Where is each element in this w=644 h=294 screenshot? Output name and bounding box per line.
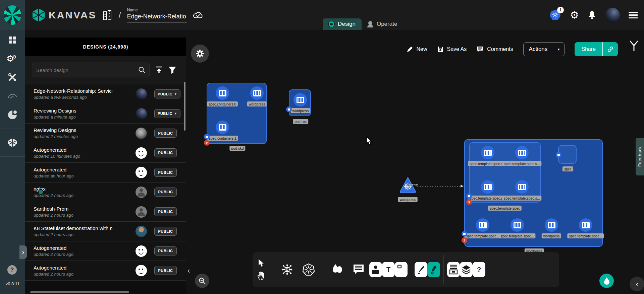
node-deployment-wordpress[interactable]: spec.template.spec.s... spec.template.sp…: [464, 139, 603, 247]
share-split-button[interactable]: Share: [575, 42, 618, 56]
actions-dropdown-arrow[interactable]: ▾: [553, 43, 564, 56]
tab-operate[interactable]: Operate: [362, 18, 403, 30]
design-canvas[interactable]: New Save As Comments Actions ▾ Share: [186, 30, 644, 294]
node-spec-template[interactable]: spec.template.spec.s... spec.template.sp…: [469, 142, 541, 203]
help-button[interactable]: ?: [7, 265, 17, 275]
visibility-badge[interactable]: PUBLIC: [154, 266, 177, 275]
visibility-dropdown[interactable]: PUBLIC▼: [154, 89, 180, 98]
save-as-button[interactable]: Save As: [437, 46, 467, 53]
comment-tool[interactable]: [352, 262, 365, 277]
comments-button[interactable]: Comments: [477, 46, 513, 53]
container-node[interactable]: [216, 121, 229, 134]
container-node[interactable]: [481, 180, 494, 194]
container-node[interactable]: [579, 218, 592, 232]
actions-split-button[interactable]: Actions ▾: [523, 42, 565, 56]
sidebar-expand-button[interactable]: ›: [19, 245, 27, 259]
node-label-chip: wordpress: [247, 101, 267, 106]
search-input[interactable]: [36, 67, 138, 73]
panel-vertical-scrollbar[interactable]: [184, 82, 185, 131]
kubernetes-context-button[interactable]: 1: [550, 10, 561, 20]
copy-link-button[interactable]: [602, 42, 618, 56]
visibility-badge[interactable]: PUBLIC: [154, 207, 177, 216]
archive-tool[interactable]: [447, 262, 460, 277]
deploy-fab-button[interactable]: [599, 274, 614, 288]
visibility-badge[interactable]: PUBLIC: [154, 129, 177, 138]
node-pod-roc[interactable]: wordpress pod-roc: [289, 89, 311, 116]
feedback-tab[interactable]: Feedback: [636, 138, 644, 175]
user-avatar[interactable]: [605, 8, 620, 22]
components-tool[interactable]: [280, 262, 294, 277]
node-pod-skd[interactable]: spec.containers.0 wordpress spec.contain…: [207, 83, 267, 144]
container-node[interactable]: [545, 218, 558, 232]
visibility-badge[interactable]: PUBLIC: [154, 168, 177, 177]
layers-tool[interactable]: [460, 262, 473, 277]
notifications-bell-icon[interactable]: [588, 10, 596, 20]
organization-icon[interactable]: [102, 10, 112, 20]
kanvas-wordmark[interactable]: KANVAS: [32, 8, 96, 22]
kubernetes-tool[interactable]: [302, 262, 315, 277]
shapes-tool[interactable]: [330, 262, 344, 277]
merge-flow-icon[interactable]: [629, 40, 639, 52]
design-list-item[interactable]: Autogenerated updated 10 minutes ago PUB…: [25, 143, 186, 163]
help-tool[interactable]: ?: [473, 262, 485, 277]
new-design-button[interactable]: New: [407, 46, 427, 53]
design-search-box[interactable]: [32, 63, 150, 77]
pen-tool[interactable]: [415, 262, 427, 277]
image-tool[interactable]: [369, 262, 382, 277]
design-list-item[interactable]: Autogenerated updated 2 hours ago PUBLIC: [25, 241, 186, 261]
drawer-icon: [449, 265, 458, 275]
design-list-item[interactable]: nginx updated 2 hours ago PUBLIC: [25, 182, 186, 202]
filter-icon[interactable]: [168, 66, 177, 74]
visibility-dropdown[interactable]: PUBLIC▼: [154, 109, 180, 118]
freehand-draw-tool-active[interactable]: [427, 262, 440, 277]
canvas-bottom-toolbar: T: [253, 252, 559, 287]
pan-hand-tool[interactable]: [257, 272, 265, 280]
sidebar-item-kanvas[interactable]: [7, 138, 17, 148]
shapes-quick-button[interactable]: [191, 45, 209, 63]
node-spec[interactable]: spec: [558, 145, 577, 164]
design-list-item[interactable]: Autogenerated updated 2 hours ago PUBLIC: [25, 261, 186, 281]
menu-hamburger-icon[interactable]: [629, 12, 638, 19]
visibility-badge[interactable]: PUBLIC: [154, 246, 177, 255]
container-node[interactable]: [515, 180, 529, 194]
service-edge[interactable]: [416, 182, 467, 189]
error-badge[interactable]: 3: [466, 199, 472, 205]
design-list-item[interactable]: Edge-Network-Relationship: Service updat…: [25, 84, 186, 104]
container-node[interactable]: [481, 146, 494, 159]
visibility-badge[interactable]: PUBLIC: [154, 148, 177, 157]
text-tool[interactable]: T: [382, 262, 395, 277]
kanvas-orb-logo[interactable]: [0, 0, 25, 30]
design-list-item[interactable]: Reviewing Designs updated 2 minutes ago …: [25, 124, 186, 143]
design-list-item[interactable]: K8 Statefulset demonstration with mo upd…: [25, 222, 186, 241]
sidebar-item-lifecycle[interactable]: ⚙⚙: [7, 54, 17, 64]
panel-horizontal-scrollbar[interactable]: [30, 291, 129, 293]
design-name-input[interactable]: [127, 13, 187, 22]
error-badge[interactable]: 3: [462, 237, 467, 243]
container-node[interactable]: [515, 146, 529, 159]
collapse-right-button[interactable]: ‹: [630, 277, 644, 291]
container-node[interactable]: [476, 218, 489, 232]
design-list-item[interactable]: Santhosh-Prom updated 2 hours ago PUBLIC: [25, 202, 186, 222]
error-badge[interactable]: 2: [204, 140, 210, 146]
upload-design-icon[interactable]: [155, 66, 163, 74]
sidebar-item-extensions[interactable]: [7, 110, 17, 120]
zoom-button[interactable]: [195, 274, 209, 288]
tab-design[interactable]: Design: [323, 18, 362, 30]
container-node[interactable]: [250, 86, 264, 100]
container-node[interactable]: [216, 86, 229, 100]
container-node[interactable]: [293, 93, 307, 106]
sidebar-item-configuration[interactable]: [7, 72, 17, 82]
note-tool[interactable]: [395, 262, 408, 277]
design-list-item[interactable]: Reviewing Designs updated a minute ago P…: [25, 104, 186, 124]
design-list-item[interactable]: Autogenerated updated an hour ago PUBLIC: [25, 163, 186, 182]
container-node[interactable]: [511, 218, 524, 232]
visibility-badge[interactable]: PUBLIC: [154, 188, 177, 197]
visibility-badge[interactable]: PUBLIC: [154, 227, 177, 236]
select-cursor-tool[interactable]: [258, 259, 265, 267]
settings-gear-icon[interactable]: ⚙: [570, 10, 579, 20]
node-label-chip: spec.template.spec.s...: [468, 161, 507, 166]
collapse-left-chevron[interactable]: ‹: [187, 267, 190, 275]
sidebar-item-dashboard[interactable]: [7, 35, 17, 45]
sidebar-item-performance[interactable]: [7, 91, 17, 101]
feedback-label: Feedback: [637, 146, 642, 167]
